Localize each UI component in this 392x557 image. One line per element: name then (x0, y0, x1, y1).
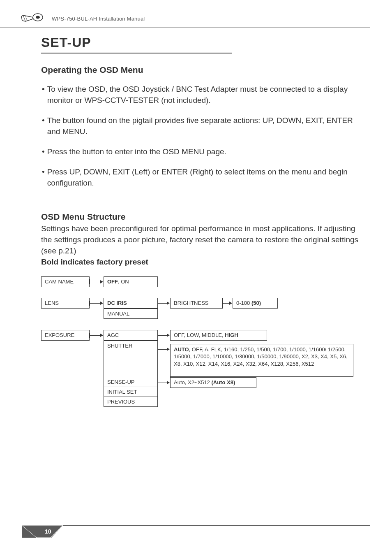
document-title: WPS-750-BUL-AH Installation Manual (52, 16, 145, 22)
arrow-icon (90, 303, 103, 304)
bold-preset-note: Bold indicates factory preset (41, 258, 364, 267)
arrow-icon (158, 383, 169, 383)
bullet-text: Press UP, DOWN, EXIT (Left) or ENTER (Ri… (47, 167, 364, 189)
arrow-icon (90, 282, 103, 282)
option-rest: , ON (118, 278, 129, 285)
bullet-dot-icon: • (42, 167, 45, 189)
option-bold: (50) (251, 300, 261, 306)
node-brightness-value: 0-100 (50) (233, 298, 278, 309)
node-brightness: BRIGHTNESS (170, 298, 223, 309)
bullet-item: • To view the OSD, the OSD Joystick / BN… (41, 84, 364, 106)
bullet-dot-icon: • (42, 84, 45, 106)
page-number-tab: 10 (22, 526, 67, 538)
node-initial-set: INITIAL SET (104, 387, 157, 397)
node-label: CAM NAME (45, 278, 74, 285)
bullet-text: The button found on the pigtail provides… (47, 115, 364, 137)
arrow-icon (223, 303, 232, 304)
svg-line-2 (23, 15, 25, 21)
section-heading-operating: Operating the OSD Menu (41, 65, 364, 75)
node-label: DC IRIS (107, 299, 127, 307)
node-senseup-options: Auto, X2~X512 (Auto X8) (170, 377, 256, 388)
page-heading: SET-UP (41, 35, 364, 50)
node-manual: MANUAL (104, 309, 157, 318)
footer-rule (22, 525, 370, 526)
option-bold: AUTO (174, 346, 189, 353)
page-header: WPS-750-BUL-AH Installation Manual (0, 0, 370, 28)
bullet-dot-icon: • (42, 115, 45, 137)
node-previous: PREVIOUS (104, 397, 157, 406)
bullet-dot-icon: • (42, 146, 45, 158)
structure-paragraph: Settings have been preconfigured for opt… (41, 223, 364, 257)
arrow-icon (90, 335, 103, 336)
node-exposure-subrows: SHUTTER SENSE-UP INITIAL SET PREVIOUS (104, 341, 158, 407)
svg-point-1 (36, 16, 40, 19)
bullet-text: To view the OSD, the OSD Joystick / BNC … (47, 84, 364, 106)
svg-line-3 (25, 16, 27, 21)
option-bold: OFF (107, 278, 118, 285)
option-bold: (Auto X8) (211, 379, 235, 385)
arrow-icon (158, 335, 169, 336)
bullet-item: • The button found on the pigtail provid… (41, 115, 364, 137)
node-lens: LENS (41, 298, 90, 309)
node-cam-name: CAM NAME (41, 276, 90, 287)
node-lens-subrows: MANUAL (104, 309, 158, 319)
option-bold: HIGH (225, 332, 238, 338)
node-cam-name-options: OFF, ON (104, 276, 158, 287)
bullet-text: Press the button to enter into the OSD M… (47, 146, 226, 158)
node-label: LENS (45, 299, 59, 307)
page-number: 10 (45, 528, 51, 535)
brand-logo-icon (20, 12, 44, 26)
node-sense-up: SENSE-UP (104, 377, 157, 387)
option-rest: , OFF, A. FLK, 1/160, 1/250, 1/500, 1/70… (174, 346, 348, 367)
node-agc: AGC (104, 330, 158, 341)
node-dc-iris: DC IRIS (104, 298, 158, 309)
node-label: BRIGHTNESS (174, 299, 209, 307)
page-footer: 10 (22, 525, 370, 538)
node-label: EXPOSURE (45, 332, 74, 339)
arrow-icon (158, 349, 169, 350)
option-prefix: Auto, X2~X512 (174, 379, 211, 385)
node-label: AGC (107, 332, 119, 339)
bullet-item: • Press the button to enter into the OSD… (41, 146, 364, 158)
section-heading-structure: OSD Menu Structure (41, 212, 364, 222)
page-body: SET-UP Operating the OSD Menu • To view … (0, 28, 392, 449)
osd-menu-diagram: CAM NAME OFF, ON LENS DC IRIS MANUAL BRI… (41, 276, 364, 449)
bullet-item: • Press UP, DOWN, EXIT (Left) or ENTER (… (41, 167, 364, 189)
node-exposure: EXPOSURE (41, 330, 90, 341)
heading-rule (41, 53, 232, 53)
node-shutter: SHUTTER (104, 341, 157, 377)
option-prefix: OFF, LOW, MIDDLE, (174, 332, 225, 338)
node-shutter-options: AUTO, OFF, A. FLK, 1/160, 1/250, 1/500, … (170, 344, 353, 377)
option-prefix: 0-100 (236, 300, 251, 306)
arrow-icon (158, 303, 169, 304)
node-agc-options: OFF, LOW, MIDDLE, HIGH (170, 330, 267, 341)
